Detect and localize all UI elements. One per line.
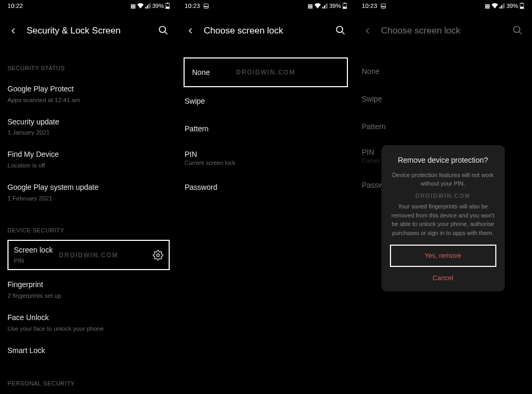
svg-rect-8 bbox=[343, 7, 346, 9]
search-icon[interactable] bbox=[158, 25, 170, 37]
status-bar: 10:22 ▦ 39% bbox=[0, 0, 177, 12]
svg-point-9 bbox=[337, 27, 343, 33]
header: Security & Lock Screen bbox=[0, 12, 177, 50]
item-smart-lock[interactable]: Smart Lock bbox=[7, 339, 170, 363]
option-password[interactable]: Password bbox=[185, 173, 347, 201]
screenshot-icon bbox=[203, 3, 209, 9]
status-icons: ▦ 39% bbox=[307, 3, 347, 10]
page-title: Choose screen lock bbox=[204, 26, 328, 36]
item-screen-lock[interactable]: Screen lock PIN DROIDWIN.COM bbox=[7, 240, 170, 271]
item-find-device[interactable]: Find My Device Location is off bbox=[7, 143, 170, 176]
section-security-status: SECURITY STATUS bbox=[7, 65, 170, 71]
search-icon[interactable] bbox=[335, 25, 347, 37]
remove-protection-dialog: Remove device protection? Device protect… bbox=[381, 145, 505, 292]
section-personal-security: PERSONAL SECURITY bbox=[7, 380, 170, 387]
svg-rect-7 bbox=[344, 3, 346, 4]
dialog-body: Device protection features will not work… bbox=[390, 171, 496, 238]
volte-icon: ▦ bbox=[307, 3, 313, 10]
item-play-system-update[interactable]: Google Play system update 1 February 202… bbox=[7, 176, 170, 209]
header: Choose screen lock bbox=[177, 12, 354, 50]
dialog-title: Remove device protection? bbox=[390, 156, 496, 164]
item-fingerprint[interactable]: Fingerprint 2 fingerprints set up bbox=[7, 273, 170, 306]
signal-icon bbox=[322, 3, 328, 9]
watermark: DROIDWIN.COM bbox=[390, 191, 496, 200]
battery-indicator: 39% bbox=[329, 3, 347, 9]
option-pin[interactable]: PIN Current screen lock bbox=[185, 142, 347, 173]
option-none[interactable]: None DROIDWIN.COM bbox=[184, 57, 348, 87]
status-icons: ▦ 39% bbox=[130, 3, 170, 10]
svg-point-4 bbox=[157, 254, 160, 256]
gear-icon[interactable] bbox=[153, 250, 163, 261]
battery-indicator: 39% bbox=[152, 3, 170, 9]
page-title: Security & Lock Screen bbox=[27, 26, 151, 36]
section-device-security: DEVICE SECURITY bbox=[7, 227, 170, 233]
option-pattern[interactable]: Pattern bbox=[185, 115, 347, 142]
item-security-update[interactable]: Security update 1 January 2021 bbox=[7, 111, 170, 144]
signal-icon bbox=[145, 3, 151, 9]
settings-content: SECURITY STATUS Google Play Protect Apps… bbox=[0, 65, 177, 394]
back-icon[interactable] bbox=[7, 25, 19, 37]
lock-options: None DROIDWIN.COM Swipe Pattern PIN Curr… bbox=[177, 57, 354, 201]
status-time: 10:23 bbox=[185, 3, 200, 9]
phone-3-remove-protection-dialog: 10:23 ▦ 39% Cho bbox=[354, 0, 531, 394]
svg-rect-2 bbox=[166, 7, 169, 9]
item-play-protect[interactable]: Google Play Protect Apps scanned at 12:4… bbox=[7, 78, 170, 111]
phone-2-choose-screen-lock: 10:23 ▦ 39% Cho bbox=[177, 0, 354, 394]
item-face-unlock[interactable]: Face Unlock Use your face to unlock your… bbox=[7, 306, 170, 339]
cancel-button[interactable]: Cancel bbox=[390, 267, 496, 284]
svg-rect-5 bbox=[204, 4, 208, 8]
back-icon[interactable] bbox=[185, 25, 196, 37]
yes-remove-button[interactable]: Yes, remove bbox=[390, 245, 496, 267]
phone-1-security-lock-screen: 10:22 ▦ 39% Security & Lock Screen bbox=[0, 0, 177, 394]
dialog-overlay: Remove device protection? Device protect… bbox=[354, 0, 531, 394]
volte-icon: ▦ bbox=[130, 3, 136, 10]
status-time: 10:22 bbox=[7, 3, 23, 9]
status-bar: 10:23 ▦ 39% bbox=[177, 0, 354, 12]
svg-rect-1 bbox=[167, 3, 169, 4]
option-swipe[interactable]: Swipe bbox=[185, 87, 347, 115]
svg-point-3 bbox=[160, 27, 166, 33]
wifi-icon bbox=[314, 3, 321, 9]
wifi-icon bbox=[137, 3, 144, 9]
